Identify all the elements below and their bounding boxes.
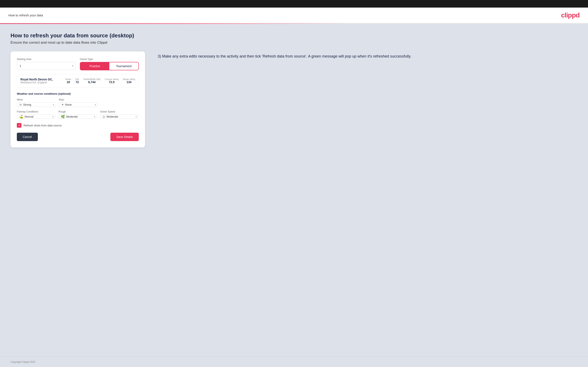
stat-course-rating: Course rating 72.5 xyxy=(105,78,119,84)
rough-group: Rough 🌿 Moderate Light Heavy ▾ xyxy=(59,110,97,119)
weather-section-title: Weather and course conditions (optional) xyxy=(17,92,139,95)
wind-select[interactable]: Strong None Light Moderate xyxy=(23,103,54,106)
stat-slope-rating: Slope rating 134 xyxy=(123,78,135,84)
green-speed-group: Green Speed ◎ Moderate Slow Fast ▾ xyxy=(100,110,139,119)
fairway-select-wrapper[interactable]: ⛳ Normal Firm Soft ▾ xyxy=(17,114,55,119)
practice-button[interactable]: Practice xyxy=(80,62,109,70)
yards-label: Yards/White (M)) xyxy=(83,78,101,80)
par-label: Par xyxy=(76,78,79,80)
check-icon: ✓ xyxy=(18,124,20,127)
cancel-button[interactable]: Cancel xyxy=(17,133,38,141)
chevron-down-icon: ▾ xyxy=(94,115,95,118)
rain-icon: ✦ xyxy=(61,103,64,107)
course-location: Westward Ho!, England xyxy=(20,81,53,84)
par-value: 72 xyxy=(76,80,79,84)
green-speed-select[interactable]: Moderate Slow Fast xyxy=(107,115,137,118)
rain-select[interactable]: None Light Heavy xyxy=(65,103,96,106)
starting-hole-label: Starting Hole xyxy=(17,58,76,61)
form-row-top: Starting Hole 1 10 ▾ Game Type Practice … xyxy=(17,58,139,70)
refresh-checkbox-row: ✓ Refresh shots from data source xyxy=(17,123,139,128)
course-rating-label: Course rating xyxy=(105,78,119,80)
course-name: Royal North Devon GC, xyxy=(20,78,53,81)
rain-label: Rain xyxy=(59,98,98,101)
fairway-group: Fairway Conditions ⛳ Normal Firm Soft ▾ xyxy=(17,110,55,119)
content-row: Starting Hole 1 10 ▾ Game Type Practice … xyxy=(10,51,578,147)
rough-select[interactable]: Moderate Light Heavy xyxy=(66,115,95,118)
stat-par: Par 72 xyxy=(76,78,79,84)
slope-rating-label: Slope rating xyxy=(123,78,135,80)
holes-value: 18 xyxy=(65,80,71,84)
breadcrumb: How to refresh your data xyxy=(9,13,43,17)
conditions-row-wind-rain: Wind ≋ Strong None Light Moderate ▾ Rain xyxy=(17,98,139,107)
starting-hole-select[interactable]: 1 10 xyxy=(17,62,76,70)
page-heading: How to refresh your data from source (de… xyxy=(10,32,578,39)
fairway-select[interactable]: Normal Firm Soft xyxy=(25,115,53,118)
chevron-down-icon: ▾ xyxy=(136,115,137,118)
conditions-row-fairway-rough-green: Fairway Conditions ⛳ Normal Firm Soft ▾ … xyxy=(17,110,139,119)
rough-select-wrapper[interactable]: 🌿 Moderate Light Heavy ▾ xyxy=(59,114,97,119)
wind-icon: ≋ xyxy=(19,103,22,107)
holes-label: Holes xyxy=(65,78,71,80)
course-info: Royal North Devon GC, Westward Ho!, Engl… xyxy=(20,78,53,84)
rain-select-wrapper[interactable]: ✦ None Light Heavy ▾ xyxy=(59,102,98,107)
course-rating-value: 72.5 xyxy=(105,80,119,84)
side-text: 3) Make any extra edits necessary to the… xyxy=(158,51,578,59)
top-bar xyxy=(0,0,588,8)
chevron-down-icon: ▾ xyxy=(52,115,54,118)
stat-yards: Yards/White (M)) 6,744 xyxy=(83,78,101,84)
chevron-down-icon: ▾ xyxy=(95,103,96,106)
copyright: Copyright Clippd 2022 xyxy=(10,360,35,363)
refresh-checkbox-label: Refresh shots from data source xyxy=(24,124,62,127)
edit-card: Starting Hole 1 10 ▾ Game Type Practice … xyxy=(10,51,145,147)
wind-group: Wind ≋ Strong None Light Moderate ▾ xyxy=(17,98,56,107)
rough-label: Rough xyxy=(59,110,97,113)
refresh-checkbox[interactable]: ✓ xyxy=(17,123,21,128)
main-content: How to refresh your data from source (de… xyxy=(0,24,588,356)
course-row: Royal North Devon GC, Westward Ho!, Engl… xyxy=(17,74,139,88)
footer: Copyright Clippd 2022 xyxy=(0,356,588,367)
page-subheading: Ensure the correct and most up to date d… xyxy=(10,41,578,45)
save-button[interactable]: Save Details xyxy=(110,133,139,141)
fairway-label: Fairway Conditions xyxy=(17,110,55,113)
starting-hole-select-wrapper[interactable]: 1 10 ▾ xyxy=(17,62,76,70)
green-speed-label: Green Speed xyxy=(100,110,139,113)
chevron-down-icon: ▾ xyxy=(53,103,54,106)
starting-hole-group: Starting Hole 1 10 ▾ xyxy=(17,58,76,70)
stat-holes: Holes 18 xyxy=(65,78,71,84)
logo: clippd xyxy=(561,11,579,19)
button-row: Cancel Save Details xyxy=(17,133,139,141)
course-stats: Holes 18 Par 72 Yards/White (M)) 6,744 C… xyxy=(65,78,135,84)
green-speed-icon: ◎ xyxy=(102,115,105,119)
green-speed-select-wrapper[interactable]: ◎ Moderate Slow Fast ▾ xyxy=(100,114,139,119)
game-type-group: Game Type Practice Tournament xyxy=(80,58,139,70)
spacer xyxy=(101,98,139,107)
game-type-toggle: Practice Tournament xyxy=(80,62,139,70)
header: How to refresh your data clippd xyxy=(0,8,588,23)
slope-rating-value: 134 xyxy=(123,80,135,84)
wind-label: Wind xyxy=(17,98,56,101)
fairway-icon: ⛳ xyxy=(19,115,23,119)
rough-icon: 🌿 xyxy=(61,115,65,119)
wind-select-wrapper[interactable]: ≋ Strong None Light Moderate ▾ xyxy=(17,102,56,107)
yards-value: 6,744 xyxy=(83,80,101,84)
game-type-label: Game Type xyxy=(80,58,139,61)
tournament-button[interactable]: Tournament xyxy=(109,62,138,70)
rain-group: Rain ✦ None Light Heavy ▾ xyxy=(59,98,98,107)
